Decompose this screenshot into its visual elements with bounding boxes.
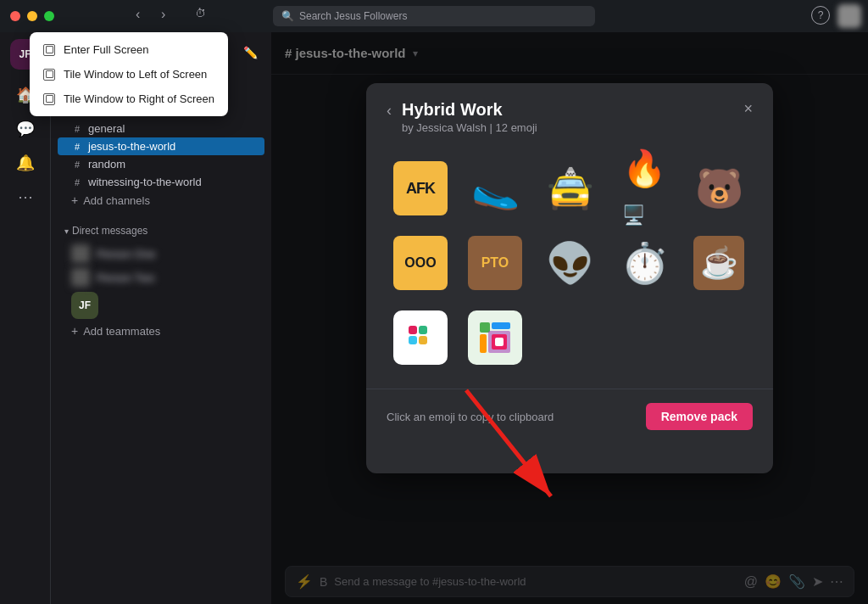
add-channels-item[interactable]: + Add channels bbox=[58, 191, 264, 210]
svg-rect-9 bbox=[495, 338, 504, 346]
sidebar-item-random[interactable]: # random bbox=[58, 155, 264, 173]
footer-hint: Click an emoji to copy to clipboard bbox=[387, 411, 554, 423]
emoji-coffee[interactable]: ☕ bbox=[685, 229, 753, 297]
tile-left-menu-icon bbox=[43, 69, 55, 81]
dm-name-1: Person One bbox=[97, 248, 155, 260]
emoji-pto[interactable]: PTO bbox=[461, 229, 529, 297]
context-menu-tile-right[interactable]: Tile Window to Right of Screen bbox=[30, 87, 228, 111]
search-bar[interactable]: 🔍 Search Jesus Followers bbox=[273, 6, 595, 26]
more-icon[interactable]: ⋯ bbox=[10, 182, 41, 212]
dm-name-2: Person Two bbox=[97, 271, 154, 284]
modal-subtitle: by Jessica Walsh | 12 emoji bbox=[402, 121, 733, 134]
backpack-bear-icon: 🐻 bbox=[695, 165, 743, 211]
channel-general-name: general bbox=[88, 122, 125, 135]
emoji-clock[interactable]: ⏱️ bbox=[610, 229, 678, 297]
dm-item-self[interactable]: JF bbox=[58, 289, 264, 322]
close-button[interactable] bbox=[10, 11, 20, 21]
modal-count: 12 emoji bbox=[496, 121, 537, 134]
modal-back-button[interactable]: ‹ bbox=[387, 102, 392, 120]
modal-title: Hybrid Work bbox=[402, 100, 733, 120]
add-teammates-icon: + bbox=[71, 324, 78, 338]
tile-right-menu-icon bbox=[43, 93, 55, 105]
emoji-ooo[interactable]: OOO bbox=[387, 229, 454, 297]
sidebar-item-general[interactable]: # general bbox=[58, 120, 264, 137]
channel-witnessing-name: witnessing-to-the-world bbox=[88, 176, 202, 188]
fullscreen-button[interactable] bbox=[44, 11, 54, 21]
dm-icon[interactable]: 💬 bbox=[10, 114, 41, 144]
user-avatar[interactable] bbox=[837, 4, 861, 28]
add-channels-label: Add channels bbox=[83, 194, 150, 207]
svg-rect-4 bbox=[480, 322, 490, 333]
alien-icon: 👽 bbox=[546, 240, 594, 286]
city-map-svg bbox=[476, 319, 514, 356]
nav-history-button[interactable]: ⏱ bbox=[195, 7, 206, 20]
car-warning-icon: 🚖 bbox=[546, 165, 594, 211]
context-menu: Enter Full Screen Tile Window to Left of… bbox=[30, 32, 228, 116]
svg-rect-5 bbox=[492, 322, 510, 329]
svg-rect-3 bbox=[419, 336, 427, 344]
modal-overlay: ‹ Hybrid Work by Jessica Walsh | 12 emoj… bbox=[271, 32, 868, 604]
search-icon: 🔍 bbox=[281, 10, 294, 22]
context-menu-enter-fullscreen[interactable]: Enter Full Screen bbox=[30, 37, 228, 62]
afk-badge: AFK bbox=[393, 161, 448, 215]
hash-icon-main: # bbox=[71, 142, 83, 152]
dm-header[interactable]: ▾ Direct messages bbox=[51, 220, 271, 242]
dm-item-2[interactable]: Person Two bbox=[58, 266, 264, 289]
hash-icon-general: # bbox=[71, 124, 83, 134]
emoji-fire-desk[interactable]: 🔥🖥️ bbox=[610, 154, 678, 222]
slipper-icon: 🥿 bbox=[471, 165, 520, 211]
modal-title-group: Hybrid Work by Jessica Walsh | 12 emoji bbox=[402, 100, 733, 134]
dm-section: ▾ Direct messages Person One Person Two … bbox=[51, 220, 271, 340]
search-placeholder: Search Jesus Followers bbox=[299, 10, 407, 22]
emoji-grid: AFK 🥿 🚖 🔥🖥️ 🐻 bbox=[366, 148, 773, 389]
activity-icon[interactable]: 🔔 bbox=[10, 148, 41, 178]
slack-art-svg bbox=[402, 319, 439, 356]
hash-icon-random: # bbox=[71, 159, 83, 170]
sidebar-item-jesus-to-the-world[interactable]: # jesus-to-the-world bbox=[58, 137, 264, 155]
modal-author: by Jessica Walsh bbox=[402, 121, 487, 134]
emoji-slipper[interactable]: 🥿 bbox=[461, 154, 529, 222]
dm-avatar-self: JF bbox=[71, 292, 98, 319]
dm-chevron: ▾ bbox=[64, 226, 69, 236]
context-menu-tile-left[interactable]: Tile Window to Left of Screen bbox=[30, 62, 228, 87]
emoji-alien[interactable]: 👽 bbox=[536, 229, 604, 297]
dm-item-1[interactable]: Person One bbox=[58, 242, 264, 266]
minimize-button[interactable] bbox=[27, 11, 37, 21]
modal-close-button[interactable]: × bbox=[743, 100, 753, 118]
sidebar: JF Jesus Followers ✏️ ⋮ More ▾ Channels … bbox=[51, 32, 271, 604]
emoji-city-map[interactable] bbox=[461, 304, 529, 372]
sidebar-icon-rail: JF 🏠 💬 🔔 ⋯ bbox=[0, 32, 51, 604]
edit-icon[interactable]: ✏️ bbox=[243, 46, 258, 59]
hash-icon-witnessing: # bbox=[71, 177, 83, 187]
fire-desk-icon: 🔥🖥️ bbox=[622, 148, 666, 230]
remove-pack-button[interactable]: Remove pack bbox=[646, 403, 753, 430]
main-layout: JF 🏠 💬 🔔 ⋯ JF Jesus Followers ✏️ ⋮ More bbox=[0, 32, 868, 604]
emoji-backpack-bear[interactable]: 🐻 bbox=[685, 154, 753, 222]
nav-back-button[interactable]: ‹ bbox=[136, 7, 140, 22]
channel-random-name: random bbox=[88, 158, 125, 171]
modal-header: ‹ Hybrid Work by Jessica Walsh | 12 emoj… bbox=[366, 83, 773, 148]
svg-rect-2 bbox=[419, 326, 427, 334]
modal-footer: Click an emoji to copy to clipboard Remo… bbox=[366, 389, 773, 444]
emoji-modal: ‹ Hybrid Work by Jessica Walsh | 12 emoj… bbox=[366, 83, 773, 473]
emoji-afk[interactable]: AFK bbox=[387, 154, 454, 222]
modal-separator: | bbox=[490, 121, 496, 134]
add-teammates-item[interactable]: + Add teammates bbox=[58, 322, 264, 340]
emoji-slack-art[interactable] bbox=[387, 304, 454, 372]
add-channels-icon: + bbox=[71, 193, 78, 207]
context-enter-fullscreen-label: Enter Full Screen bbox=[64, 43, 148, 56]
help-icon[interactable]: ? bbox=[811, 6, 830, 25]
add-teammates-label: Add teammates bbox=[83, 325, 160, 338]
channel-main-name: jesus-to-the-world bbox=[88, 140, 175, 153]
clock-icon: ⏱️ bbox=[620, 240, 669, 286]
svg-rect-0 bbox=[409, 326, 417, 334]
context-tile-right-label: Tile Window to Right of Screen bbox=[64, 92, 214, 105]
emoji-car-warning[interactable]: 🚖 bbox=[536, 154, 604, 222]
sidebar-item-witnessing[interactable]: # witnessing-to-the-world bbox=[58, 173, 264, 191]
svg-rect-1 bbox=[409, 336, 417, 344]
nav-forward-button[interactable]: › bbox=[161, 7, 165, 22]
pto-badge: PTO bbox=[468, 236, 522, 290]
dm-avatar-2 bbox=[71, 268, 90, 287]
dm-label: Direct messages bbox=[72, 225, 147, 237]
context-tile-left-label: Tile Window to Left of Screen bbox=[64, 68, 207, 81]
